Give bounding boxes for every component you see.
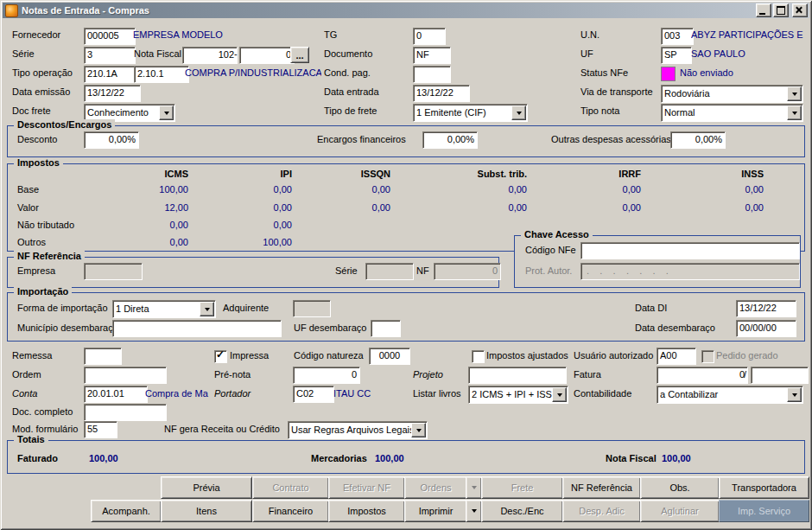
- tipo-operacao-code2-input[interactable]: 2.10.1: [134, 66, 189, 83]
- municipio-desembaraco-input[interactable]: [112, 320, 282, 337]
- impressa-checkbox[interactable]: [214, 350, 227, 363]
- portador-input[interactable]: C02: [293, 386, 334, 403]
- data-entrada-label: Data entrada: [324, 85, 379, 99]
- projeto-input[interactable]: [468, 367, 567, 384]
- nfref-serie-input: [365, 263, 414, 280]
- outras-despesas-label: Outras despesas acessórias: [551, 132, 671, 147]
- uf-input[interactable]: SP: [661, 47, 692, 64]
- codigo-natureza-input[interactable]: 0000: [369, 348, 410, 365]
- aglutinar-button: Aglutinar: [640, 500, 720, 522]
- cell-valor-subst: 0,00: [458, 201, 527, 215]
- minimize-button[interactable]: [756, 3, 771, 17]
- chevron-down-icon: [792, 93, 797, 96]
- cell-valor-irrf: 0,00: [572, 201, 641, 215]
- status-nfe-indicator: [661, 67, 676, 81]
- data-desembaraco-input[interactable]: 00/00/00: [736, 320, 796, 337]
- contabilidade-label: Contabilidade: [574, 386, 631, 401]
- acompanh-button[interactable]: Acompanh.: [91, 500, 162, 522]
- conta-input[interactable]: 20.01.01: [84, 386, 148, 403]
- usuario-autorizado-input[interactable]: A00: [657, 348, 696, 365]
- impostos-button[interactable]: Impostos: [328, 500, 405, 522]
- fatura-input[interactable]: 0: [657, 367, 748, 384]
- data-di-input[interactable]: 13/12/22: [736, 300, 796, 317]
- maximize-button[interactable]: [773, 3, 789, 17]
- nota-fiscal-numero-input[interactable]: 102: [182, 47, 238, 64]
- cond-pag-input[interactable]: [413, 66, 451, 83]
- window-title: Notas de Entrada - Compras: [22, 5, 754, 16]
- mod-formulario-input[interactable]: 55: [84, 421, 117, 438]
- codigo-nfe-input[interactable]: [580, 242, 800, 259]
- codigo-nfe-label: Código NFe: [525, 243, 576, 258]
- financeiro-button[interactable]: Financeiro: [252, 500, 329, 522]
- contrato-button: Contrato: [252, 476, 329, 499]
- desp-adic-button: Desp. Adic: [562, 500, 641, 522]
- data-di-label: Data DI: [635, 301, 667, 316]
- obs-button[interactable]: Obs.: [640, 476, 720, 499]
- tipo-operacao-label: Tipo operação: [12, 66, 73, 80]
- conta-label: Conta: [12, 386, 37, 401]
- pre-nota-input[interactable]: 0: [293, 367, 360, 384]
- desconto-input[interactable]: 0,00%: [84, 131, 139, 149]
- forma-importacao-select[interactable]: 1 Direta: [112, 300, 216, 318]
- status-nfe-text: Não enviado: [680, 66, 733, 80]
- nf-gera-dropdown-button[interactable]: [411, 423, 426, 437]
- desc-enc-button[interactable]: Desc./Enc: [481, 500, 563, 522]
- un-input[interactable]: 003: [661, 28, 694, 45]
- imprimir-dropdown-button[interactable]: [466, 500, 482, 522]
- nota-fiscal-total-value: 100,00: [662, 451, 691, 466]
- uf-desembaraco-input[interactable]: [371, 320, 401, 337]
- tipo-frete-dropdown-button[interactable]: [511, 105, 526, 120]
- fatura-parcela-input[interactable]: [751, 367, 809, 384]
- outras-despesas-input[interactable]: 0,00%: [670, 131, 726, 149]
- cell-ntrib-icms: 0,00: [119, 218, 188, 233]
- ordem-input[interactable]: [84, 367, 167, 384]
- cell-base-inss: 0,00: [695, 182, 764, 197]
- fornecedor-input[interactable]: 000005: [84, 28, 136, 45]
- doc-completo-input[interactable]: [84, 404, 167, 421]
- itens-button[interactable]: Itens: [161, 500, 252, 522]
- cell-valor-issqn: 0,00: [321, 201, 390, 215]
- data-entrada-input[interactable]: 13/12/22: [413, 85, 470, 102]
- listar-livros-label: Listar livros: [413, 386, 461, 401]
- tg-input[interactable]: 0: [413, 28, 446, 45]
- contabilidade-dropdown-button[interactable]: [787, 387, 802, 402]
- doc-frete-dropdown-button[interactable]: [159, 105, 174, 120]
- nf-referencia-button[interactable]: NF Referência: [562, 476, 641, 499]
- forma-importacao-dropdown-button[interactable]: [200, 302, 214, 316]
- via-transporte-dropdown-button[interactable]: [787, 86, 802, 101]
- tipo-nota-select[interactable]: Normal: [661, 104, 803, 122]
- previa-button[interactable]: Prévia: [161, 476, 252, 499]
- col-issqn: ISSQN: [313, 167, 390, 182]
- tipo-frete-select[interactable]: 1 Emitente (CIF): [413, 104, 528, 122]
- contabilidade-select[interactable]: a Contabilizar: [657, 386, 803, 404]
- data-emissao-input[interactable]: 13/12/22: [84, 85, 141, 102]
- tipo-nota-dropdown-button[interactable]: [787, 105, 802, 120]
- imp-servico-button: Imp. Serviço: [719, 500, 809, 522]
- chevron-down-icon: [792, 393, 797, 397]
- chevron-down-icon: [164, 112, 169, 115]
- nota-fiscal-browse-button[interactable]: ...: [290, 47, 309, 63]
- encargos-input[interactable]: 0,00%: [422, 131, 478, 149]
- close-button[interactable]: [792, 3, 808, 17]
- nota-fiscal-serie-input[interactable]: 0: [239, 47, 295, 64]
- remessa-input[interactable]: [84, 348, 122, 365]
- documento-input[interactable]: NF: [413, 47, 451, 64]
- listar-livros-select[interactable]: 2 ICMS + IPI + ISS: [468, 386, 568, 404]
- row-base-label: Base: [17, 182, 39, 197]
- impostos-ajustados-checkbox[interactable]: [472, 350, 485, 363]
- transportadora-button[interactable]: Transportadora: [719, 476, 809, 499]
- portador-label: Portador: [214, 386, 251, 401]
- tipo-frete-value: 1 Emitente (CIF): [416, 106, 512, 119]
- serie-input[interactable]: 3: [84, 47, 136, 64]
- tipo-operacao-code1-input[interactable]: 210.1A: [84, 66, 139, 83]
- adquirente-label: Adquirente: [223, 301, 269, 316]
- cell-base-irrf: 0,00: [572, 182, 641, 197]
- imprimir-button[interactable]: Imprimir: [404, 500, 467, 522]
- cell-outros-icms: 0,00: [119, 235, 188, 250]
- row-nao-tributado-label: Não tributado: [17, 218, 74, 233]
- via-transporte-select[interactable]: Rodoviária: [661, 85, 803, 103]
- title-bar[interactable]: Notas de Entrada - Compras: [3, 3, 809, 18]
- uf-desembaraco-label: UF desembaraço: [294, 321, 366, 335]
- nf-gera-select[interactable]: Usar Regras Arquivos Legais: [288, 421, 428, 439]
- listar-livros-dropdown-button[interactable]: [552, 387, 567, 402]
